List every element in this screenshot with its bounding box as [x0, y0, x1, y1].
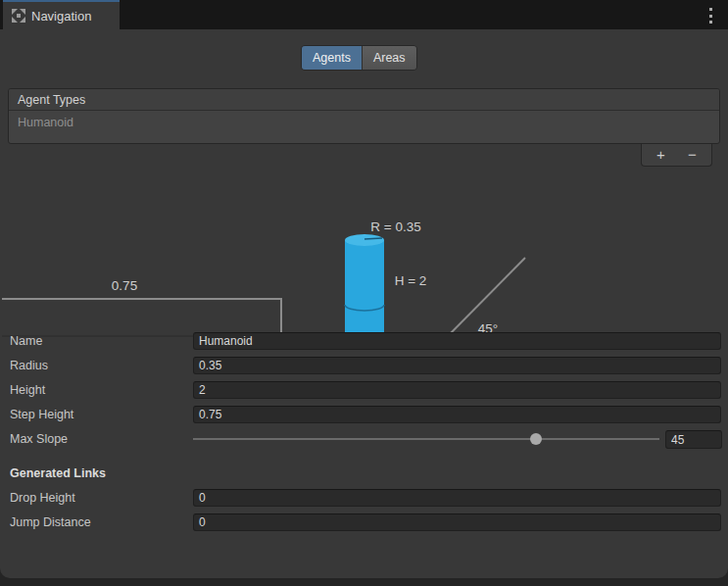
max-slope-slider-thumb[interactable]	[530, 433, 542, 445]
generated-links-header: Generated Links	[10, 466, 106, 480]
radius-field[interactable]	[193, 357, 721, 374]
height-field-label: Height	[10, 383, 45, 397]
add-agent-button[interactable]: +	[648, 147, 675, 164]
jump-distance-label: Jump Distance	[10, 515, 91, 529]
max-slope-slider-track[interactable]	[193, 438, 659, 440]
height-label: H = 2	[395, 273, 427, 288]
content-panel: Agents Areas Agent Types Humanoid + −	[0, 29, 728, 578]
navigation-window: Navigation Agents Areas Agent Types Huma…	[0, 0, 728, 586]
navigation-icon	[12, 9, 25, 23]
agent-types-list: Agent Types Humanoid	[8, 88, 720, 144]
height-field[interactable]	[193, 381, 721, 399]
name-label: Name	[10, 334, 42, 348]
tab-strip: Navigation	[0, 0, 728, 29]
step-label: 0.75	[112, 278, 137, 293]
tab-title: Navigation	[31, 9, 91, 24]
radius-label: R = 0.35	[370, 220, 420, 234]
drop-height-label: Drop Height	[10, 491, 75, 505]
tab-navigation[interactable]: Navigation	[3, 0, 120, 29]
agents-areas-toggle: Agents Areas	[301, 45, 417, 71]
step-height-field[interactable]	[193, 406, 721, 423]
agent-diagram: R = 0.35 H = 2 0.75 45°	[0, 181, 728, 353]
radius-field-label: Radius	[10, 359, 48, 372]
tab-areas[interactable]: Areas	[362, 46, 416, 70]
max-slope-label: Max Slope	[10, 432, 68, 446]
drop-height-field[interactable]	[193, 489, 721, 507]
jump-distance-field[interactable]	[193, 513, 721, 531]
step-height-label: Step Height	[10, 408, 73, 421]
kebab-menu-icon[interactable]	[705, 8, 715, 24]
agent-list-footer: + −	[641, 144, 712, 167]
name-field[interactable]	[193, 332, 721, 350]
max-slope-field[interactable]	[665, 430, 722, 449]
list-item-humanoid[interactable]: Humanoid	[9, 111, 719, 134]
tab-agents[interactable]: Agents	[302, 46, 362, 70]
remove-agent-button[interactable]: −	[679, 147, 706, 164]
agent-cylinder-icon	[345, 234, 384, 342]
active-tab-accent	[3, 0, 120, 2]
agent-types-header: Agent Types	[9, 89, 719, 111]
